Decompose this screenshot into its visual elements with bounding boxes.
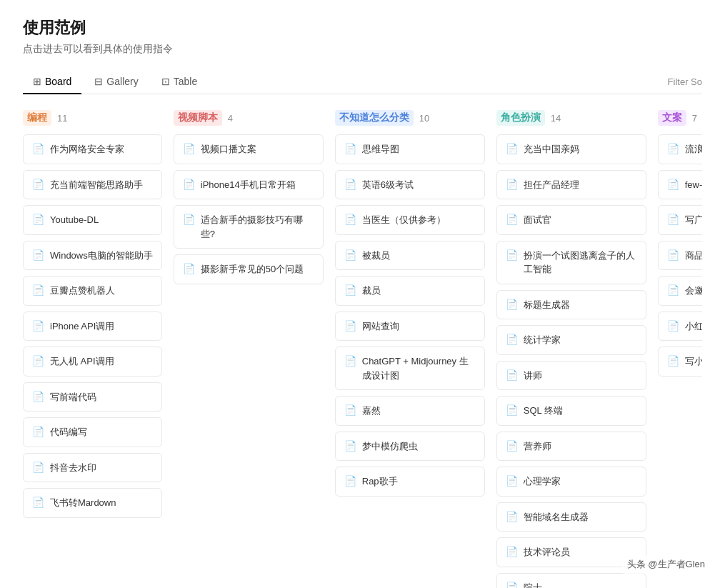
card-item[interactable]: 📄讲师 [496,361,646,391]
card-item[interactable]: 📄充当中国亲妈 [496,134,646,164]
card-item[interactable]: 📄Youtube-DL [23,205,162,235]
tab-gallery[interactable]: ⊟Gallery [84,70,148,94]
card-item[interactable]: 📄院士 [496,573,646,589]
card-item[interactable]: 📄代码编写 [23,417,162,447]
card-item[interactable]: 📄摄影新手常见的50个问题 [174,254,324,284]
column-count-uncategorized: 10 [419,113,429,124]
card-file-icon: 📄 [32,214,44,225]
card-item[interactable]: 📄适合新手的摄影技巧有哪些? [174,205,324,249]
table-tab-icon: ⊡ [161,76,170,87]
card-file-icon: 📄 [32,497,44,508]
card-item[interactable]: 📄嘉然 [335,396,485,426]
card-text: 写前端代码 [50,390,96,404]
card-file-icon: 📄 [506,334,518,345]
card-item[interactable]: 📄Rap歌手 [335,467,485,497]
card-file-icon: 📄 [506,214,518,225]
card-item[interactable]: 📄商品评价 [658,241,702,271]
column-header-programming: 编程11 [23,109,162,127]
card-item[interactable]: 📄心理学家 [496,467,646,497]
card-text: 飞书转Mardown [50,496,116,510]
card-item[interactable]: 📄网站查询 [335,312,485,342]
card-item[interactable]: 📄抖音去水印 [23,453,162,483]
card-item[interactable]: 📄营养师 [496,432,646,462]
card-text: ChatGPT + Midjourney 生成设计图 [362,354,476,382]
card-file-icon: 📄 [32,143,44,154]
card-text: Windows电脑的智能助手 [50,249,153,263]
card-item[interactable]: 📄会邀 [658,276,702,306]
filter-area[interactable]: Filter So [668,76,702,87]
card-item[interactable]: 📄面试官 [496,205,646,235]
card-file-icon: 📄 [506,179,518,190]
card-item[interactable]: 📄视频口播文案 [174,134,324,164]
card-text: 被裁员 [362,249,390,263]
column-label-uncategorized: 不知道怎么分类 [335,110,414,126]
card-file-icon: 📄 [667,249,679,261]
card-item[interactable]: 📄被裁员 [335,241,485,271]
card-item[interactable]: 📄英语6级考试 [335,170,485,200]
card-text: 英语6级考试 [362,178,414,192]
card-text: 小红书文案 [685,319,702,334]
board-tab-icon: ⊞ [33,76,41,87]
card-text: 流浪地球好评 [685,142,702,156]
card-text: 嘉然 [362,404,381,418]
column-header-roleplay: 角色扮演14 [496,109,646,127]
card-text: 无人机 API调用 [50,354,114,369]
card-item[interactable]: 📄当医生（仅供参考） [335,205,485,235]
card-item[interactable]: 📄SQL 终端 [496,396,646,426]
card-item[interactable]: 📄思维导图 [335,134,485,164]
card-item[interactable]: 📄写前端代码 [23,382,162,412]
card-item[interactable]: 📄梦中模仿爬虫 [335,432,485,462]
card-file-icon: 📄 [32,284,44,296]
card-item[interactable]: 📄统计学家 [496,325,646,355]
card-item[interactable]: 📄充当前端智能思路助手 [23,170,162,200]
card-item[interactable]: 📄iPhone API调用 [23,312,162,342]
gallery-tab-label: Gallery [106,76,138,87]
card-file-icon: 📄 [506,475,518,487]
card-item[interactable]: 📄作为网络安全专家 [23,134,162,164]
card-item[interactable]: 📄ChatGPT + Midjourney 生成设计图 [335,347,485,390]
card-text: 写小说 [685,354,702,369]
card-item[interactable]: 📄标题生成器 [496,290,646,320]
card-file-icon: 📄 [344,355,356,367]
card-item[interactable]: 📄写小说 [658,347,702,377]
card-item[interactable]: 📄智能域名生成器 [496,502,646,532]
watermark: 头条 @生产者Glen [621,555,711,574]
card-item[interactable]: 📄Windows电脑的智能助手 [23,241,162,271]
card-item[interactable]: 📄飞书转Mardown [23,488,162,518]
card-file-icon: 📄 [32,249,44,261]
column-label-video-script: 视频脚本 [174,110,222,126]
board-tab-label: Board [45,76,71,87]
card-item[interactable]: 📄担任产品经理 [496,170,646,200]
tab-board[interactable]: ⊞Board [23,70,81,94]
card-item[interactable]: 📄扮演一个试图逃离盒子的人工智能 [496,241,646,284]
card-item[interactable]: 📄小红书文案 [658,312,702,342]
column-count-programming: 11 [57,113,67,124]
card-file-icon: 📄 [344,143,356,154]
card-item[interactable]: 📄流浪地球好评 [658,134,702,164]
card-file-icon: 📄 [506,249,518,261]
card-file-icon: 📄 [344,475,356,487]
card-text: 梦中模仿爬虫 [362,439,418,454]
card-item[interactable]: 📄iPhone14手机日常开箱 [174,170,324,200]
card-item[interactable]: 📄写广告创意 [658,205,702,235]
card-item[interactable]: 📄豆瓣点赞机器人 [23,276,162,306]
card-item[interactable]: 📄裁员 [335,276,485,306]
tab-table[interactable]: ⊡Table [151,70,207,94]
card-file-icon: 📄 [506,299,518,310]
card-text: 豆瓣点赞机器人 [50,284,115,298]
column-count-video-script: 4 [228,113,233,124]
card-item[interactable]: 📄无人机 API调用 [23,347,162,377]
card-text: 适合新手的摄影技巧有哪些? [201,213,314,241]
board-container: 编程11📄作为网络安全专家📄充当前端智能思路助手📄Youtube-DL📄Wind… [23,109,702,588]
column-count-roleplay: 14 [551,113,561,124]
card-file-icon: 📄 [183,263,195,274]
card-file-icon: 📄 [667,143,679,154]
column-label-programming: 编程 [23,110,51,126]
card-file-icon: 📄 [667,179,679,190]
card-file-icon: 📄 [667,284,679,296]
card-file-icon: 📄 [344,440,356,452]
table-tab-label: Table [174,76,197,87]
card-file-icon: 📄 [32,320,44,332]
card-text: 担任产品经理 [524,178,579,192]
card-item[interactable]: 📄few-shot文本固定模式转写 [658,170,702,200]
